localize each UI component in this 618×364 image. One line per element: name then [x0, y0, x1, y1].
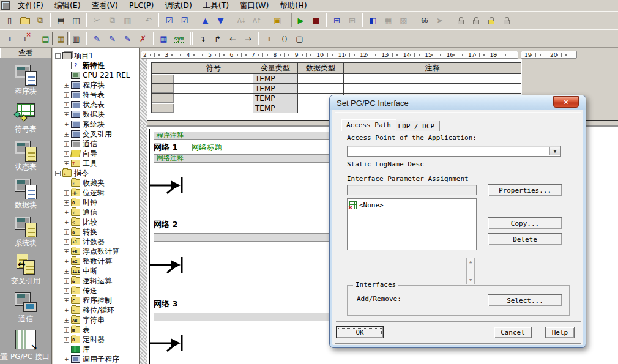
branch-up-icon[interactable]: ↱: [210, 32, 225, 45]
ladder-open-line-icon[interactable]: [149, 254, 187, 278]
insert-box-icon[interactable]: ▢: [292, 32, 307, 45]
print-preview-icon[interactable]: ◫: [69, 13, 83, 27]
delete-button[interactable]: Delete: [488, 233, 562, 245]
tree-item-CPU 221 REL[interactable]: CPU 221 REL: [53, 70, 139, 80]
select-button[interactable]: Select...: [488, 294, 562, 306]
row-header-cell[interactable]: [152, 94, 174, 103]
tree-item-程序控制[interactable]: +C程序控制: [53, 295, 139, 305]
paste-icon[interactable]: ▥: [121, 13, 135, 27]
table-cell[interactable]: [298, 74, 344, 84]
insert-coil-icon[interactable]: ( ): [277, 32, 291, 45]
tree-expand-plus-icon[interactable]: +: [64, 102, 69, 108]
symbolic-addressing-icon[interactable]: sym: [172, 32, 186, 45]
interface-param-field[interactable]: [347, 185, 477, 195]
ok-button[interactable]: OK: [336, 326, 384, 338]
dialog-titlebar[interactable]: Set PG/PC Interface: [330, 95, 586, 110]
tree-item-库[interactable]: 库: [53, 344, 139, 354]
open-file-icon[interactable]: [18, 13, 32, 27]
tree-item-程序块[interactable]: +程序块: [53, 80, 139, 90]
tree-item-交叉引用[interactable]: +交叉引用: [53, 129, 139, 139]
tab-access-path[interactable]: Access Path: [341, 119, 396, 131]
branch-down-icon[interactable]: ↴: [195, 32, 209, 45]
table-cell[interactable]: [344, 84, 521, 94]
table-cell[interactable]: TEMP: [253, 84, 298, 94]
tree-expand-plus-icon[interactable]: +: [64, 288, 69, 294]
tree-expand-plus-icon[interactable]: +: [64, 249, 69, 254]
cancel-button[interactable]: Cancel: [494, 327, 532, 338]
tree-item-传送[interactable]: +~传送: [53, 286, 139, 295]
tree-item-符号表[interactable]: +符号表: [53, 90, 139, 100]
menu-item-文件(F)[interactable]: 文件(F): [12, 0, 49, 12]
view-symbol-table-icon[interactable]: ▦: [54, 32, 68, 45]
line-right-icon[interactable]: →: [241, 32, 255, 45]
options-icon[interactable]: ▣: [270, 13, 285, 27]
table-cell[interactable]: TEMP: [253, 94, 298, 103]
tree-item-时钟[interactable]: +O时钟: [53, 198, 139, 207]
tree-item-项目1[interactable]: −项目1: [53, 51, 139, 61]
cut-icon[interactable]: ✂: [90, 13, 104, 27]
run-icon[interactable]: ▶: [294, 13, 308, 27]
write-all-icon[interactable]: ▨: [396, 13, 411, 27]
ladder-open-line-icon[interactable]: [149, 332, 187, 357]
copy-button[interactable]: Copy...: [488, 217, 562, 229]
tree-expand-plus-icon[interactable]: +: [64, 83, 69, 88]
tree-expand-minus-icon[interactable]: −: [55, 171, 61, 176]
bookmark-previous-icon[interactable]: ✎: [121, 32, 135, 45]
interface-listbox[interactable]: <None>: [347, 198, 477, 250]
tree-item-通信[interactable]: +通信: [53, 139, 139, 149]
tree-expand-plus-icon[interactable]: +: [64, 259, 69, 264]
tree-item-中断[interactable]: +III中断: [53, 266, 139, 276]
pause-program-status-icon[interactable]: ⊞: [345, 13, 359, 27]
tree-item-收藏夹[interactable]: ✳收藏夹: [53, 178, 139, 188]
tree-item-字符串[interactable]: +AB字符串: [53, 315, 139, 325]
tree-item-向导[interactable]: +向导: [53, 149, 139, 158]
tree-item-移位/循环[interactable]: +«移位/循环: [53, 305, 139, 315]
tree-item-表[interactable]: +▦表: [53, 325, 139, 335]
table-cell[interactable]: [174, 103, 253, 113]
tree-item-通信[interactable]: +⚡通信: [53, 207, 139, 217]
menu-item-帮助(H)[interactable]: 帮助(H): [274, 0, 312, 12]
row-header-cell[interactable]: [152, 103, 174, 113]
lock-4-icon[interactable]: [499, 13, 513, 27]
sidebar-item-symbol-table[interactable]: 符号表: [0, 96, 51, 134]
lock-2-icon[interactable]: [469, 13, 483, 27]
tree-item-位逻辑[interactable]: +⊣⊢位逻辑: [53, 188, 139, 198]
lock-3-icon[interactable]: [484, 13, 498, 27]
tree-item-整数计算[interactable]: +±I整数计算: [53, 256, 139, 266]
undo-icon[interactable]: ↶: [141, 13, 155, 27]
program-status-icon[interactable]: ⊞: [330, 13, 344, 27]
tree-expand-plus-icon[interactable]: +: [64, 92, 69, 98]
menu-item-查看(V)[interactable]: 查看(V): [86, 0, 124, 12]
list-scrollbar[interactable]: ▲ ▼: [466, 258, 475, 284]
pointer-icon[interactable]: ➤: [433, 13, 447, 27]
tree-expand-plus-icon[interactable]: +: [64, 151, 69, 157]
copy-icon[interactable]: ⧉: [105, 13, 119, 27]
tree-item-指令[interactable]: −↓指令: [53, 168, 139, 178]
table-cell[interactable]: [344, 74, 521, 84]
tree-item-定时器[interactable]: +O定时器: [53, 335, 139, 344]
sidebar-item-status-chart[interactable]: 状态表: [0, 134, 51, 172]
sidebar-item-system-block[interactable]: 系统块: [0, 210, 51, 248]
table-cell[interactable]: TEMP: [253, 74, 298, 84]
network-title[interactable]: 网络标题: [192, 143, 222, 153]
tree-expand-plus-icon[interactable]: +: [64, 141, 69, 147]
contact-partial-icon[interactable]: ⊣⊢: [2, 32, 17, 45]
tree-expand-plus-icon[interactable]: +: [64, 200, 69, 206]
address-table-icon[interactable]: ▦: [157, 32, 171, 45]
table-cell[interactable]: TEMP: [253, 103, 298, 113]
tree-item-转换[interactable]: +a转换: [53, 227, 139, 237]
upload-icon[interactable]: ▲: [198, 13, 212, 27]
tree-expand-plus-icon[interactable]: +: [64, 161, 69, 166]
stop-icon[interactable]: ■: [309, 13, 323, 27]
scroll-up-icon[interactable]: ▲: [469, 259, 472, 264]
chart-status-icon[interactable]: ◧: [366, 13, 380, 27]
sidebar-item-pgpc-interface[interactable]: ↘设置 PG/PC 接口: [0, 324, 51, 362]
view-symbol-info-icon[interactable]: ▤: [39, 32, 53, 45]
sidebar-item-data-block[interactable]: 数据块: [0, 172, 51, 210]
compile-icon[interactable]: ☑: [162, 13, 176, 27]
table-cell[interactable]: [174, 84, 253, 94]
compile-all-icon[interactable]: ☑: [177, 13, 192, 27]
bookmark-next-icon[interactable]: ✎: [105, 32, 119, 45]
tree-item-比较[interactable]: +<比较: [53, 217, 139, 227]
line-left-icon[interactable]: ←: [226, 32, 240, 45]
